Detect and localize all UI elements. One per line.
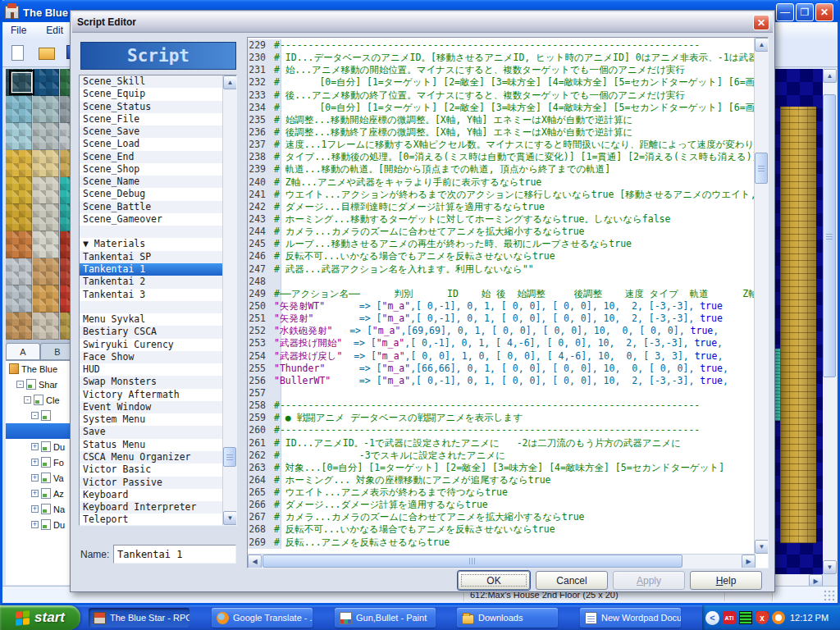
script-list-item[interactable]: Tankentai 1 [80, 263, 223, 276]
palette-tile[interactable] [6, 150, 32, 177]
script-list-item[interactable]: Keyboard Interpreter [80, 501, 223, 514]
script-list-item[interactable]: System Menu [80, 413, 223, 426]
tree-item[interactable]: - [6, 408, 75, 423]
script-list-item[interactable]: Scene_Skill [80, 75, 223, 88]
palette-tile[interactable] [6, 96, 32, 123]
meter-icon[interactable] [739, 611, 752, 624]
map-tree[interactable]: The Blue-Shar-Cle-+Du+Fo+Va+Az+Na+Du [6, 360, 75, 585]
palette-tile[interactable] [33, 258, 59, 285]
apply-button[interactable]: Apply [613, 571, 685, 590]
ok-button[interactable]: OK [458, 571, 530, 590]
collapse-icon[interactable]: - [24, 396, 31, 404]
scroll-left-icon[interactable]: ◀ [248, 555, 262, 568]
chevron-icon[interactable]: < [705, 611, 719, 625]
palette-tile[interactable] [6, 123, 32, 150]
start-button[interactable]: start [0, 605, 80, 630]
palette-tile[interactable] [33, 313, 59, 340]
script-list-item[interactable]: Menu Syvkal [80, 313, 223, 326]
script-list-item[interactable]: Tankentai 2 [80, 276, 223, 288]
tree-item[interactable]: +Az [6, 486, 75, 501]
palette-tile[interactable] [33, 204, 59, 231]
expand-icon[interactable]: + [31, 490, 39, 497]
tree-item[interactable]: +Du [6, 439, 75, 454]
task-button-rpgmaker[interactable]: The Blue Star - RPG... [89, 608, 189, 628]
minimize-button[interactable]: — [776, 3, 794, 21]
script-list-item[interactable] [80, 226, 223, 238]
script-list-item[interactable]: Scene_Status [80, 101, 223, 113]
menu-edit[interactable]: Edit [46, 25, 63, 37]
script-list-item[interactable]: Scene_Battle [80, 201, 223, 213]
close-button[interactable]: ✕ [815, 3, 833, 21]
tree-item-selected[interactable] [6, 423, 75, 439]
script-list-item[interactable]: Face Show [80, 351, 223, 363]
script-name-input[interactable] [113, 545, 236, 564]
palette-tile[interactable] [6, 204, 32, 231]
script-list-item[interactable]: Status Menu [80, 439, 223, 451]
dialog-titlebar[interactable]: Script Editor ✕ [72, 12, 773, 33]
expand-icon[interactable]: + [31, 443, 39, 450]
palette-tile[interactable] [6, 313, 32, 340]
script-list-item[interactable]: Teleport [80, 514, 223, 526]
script-list-item[interactable]: Swiryuki Curency [80, 339, 223, 351]
map-vertical-scrollbar[interactable]: ▲ ▼ [823, 69, 837, 574]
task-button-wordpad[interactable]: New Wordpad Docu... [580, 608, 681, 628]
scroll-up-icon[interactable]: ▲ [223, 75, 237, 89]
script-list-item[interactable]: Scene_Shop [80, 163, 223, 176]
palette-tile[interactable] [6, 231, 32, 258]
palette-tile[interactable] [33, 96, 59, 123]
script-list-item[interactable]: Scene_Debug [80, 188, 223, 200]
tree-item[interactable]: The Blue [6, 361, 75, 377]
dialog-close-icon[interactable]: ✕ [753, 15, 769, 30]
script-list-item[interactable]: ▼ Materials [80, 238, 223, 250]
collapse-icon[interactable]: - [16, 381, 24, 388]
script-list-item[interactable]: Swap Monsters [80, 376, 223, 388]
help-button[interactable]: Help [690, 571, 762, 590]
script-list[interactable]: Scene_SkillScene_EquipScene_StatusScene_… [79, 75, 237, 526]
palette-tile[interactable] [6, 258, 32, 285]
script-list-item[interactable]: Victory Aftermath [80, 389, 223, 401]
map-canvas[interactable] [774, 69, 823, 574]
code-editor[interactable]: 229#------------------------------------… [247, 37, 769, 568]
expand-icon[interactable]: + [31, 505, 39, 513]
scroll-up-icon[interactable]: ▲ [823, 69, 837, 83]
palette-tab-a[interactable]: A [6, 343, 40, 359]
expand-icon[interactable]: + [31, 459, 39, 466]
script-list-item[interactable]: Scene_Equip [80, 88, 223, 100]
script-list-item[interactable]: Scene_File [80, 113, 223, 126]
script-list-item[interactable]: CSCA Menu Organizer [80, 451, 223, 463]
open-project-icon[interactable] [39, 48, 55, 60]
tree-item[interactable]: -Cle [6, 392, 75, 408]
palette-tile[interactable] [6, 285, 32, 313]
scroll-down-icon[interactable]: ▼ [755, 540, 769, 554]
task-button-firefox[interactable]: Google Translate - ... [212, 608, 313, 628]
maximize-button[interactable]: ❐ [796, 3, 814, 21]
palette-tile[interactable] [33, 231, 59, 258]
ring-icon[interactable] [772, 611, 785, 624]
task-button-folder[interactable]: Downloads [457, 608, 558, 628]
script-list-item[interactable]: Event Window [80, 401, 223, 413]
script-list-item[interactable]: Tankentai 3 [80, 289, 223, 301]
script-list-item[interactable]: Scene_Save [80, 126, 223, 138]
map-vscroll-thumb[interactable] [823, 94, 836, 377]
script-list-item[interactable]: Save [80, 426, 223, 438]
scroll-right-icon[interactable]: ▶ [742, 555, 756, 568]
scroll-down-icon[interactable]: ▼ [223, 511, 237, 525]
tree-item[interactable]: +Va [6, 470, 75, 486]
expand-icon[interactable]: + [31, 521, 39, 528]
script-list-item[interactable]: HUD [80, 363, 223, 376]
palette-tile[interactable] [33, 285, 59, 313]
code-horizontal-scrollbar[interactable]: ◀ ▶ [248, 554, 756, 568]
palette-tile[interactable] [33, 177, 59, 204]
script-list-item[interactable]: Bestiary CSCA [80, 326, 223, 338]
palette-tile[interactable] [33, 123, 59, 150]
code-hscroll-thumb[interactable] [262, 555, 682, 568]
script-list-item[interactable] [80, 301, 223, 313]
cancel-button[interactable]: Cancel [536, 571, 608, 590]
scroll-down-icon[interactable]: ▼ [823, 560, 837, 574]
script-list-item[interactable]: Victor Basic [80, 463, 223, 476]
collapse-icon[interactable]: - [31, 412, 39, 419]
palette-tile[interactable] [33, 69, 59, 96]
expand-icon[interactable]: + [31, 474, 39, 482]
palette-tile[interactable] [6, 177, 32, 204]
menu-file[interactable]: File [11, 25, 26, 37]
